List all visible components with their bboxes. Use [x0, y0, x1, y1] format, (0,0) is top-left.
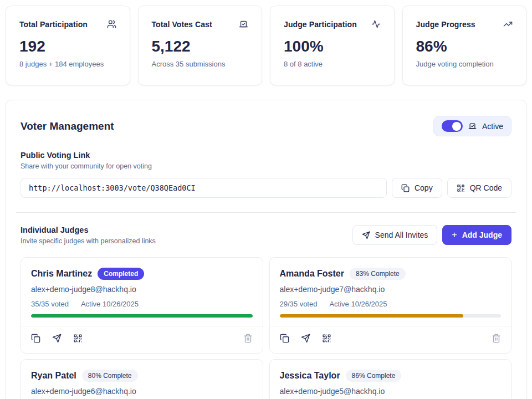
judge-card-header: Jessica Taylor 86% Complete [280, 370, 502, 382]
stat-card-header: Total Participation [19, 19, 116, 29]
delete-judge-button[interactable] [492, 334, 501, 343]
judge-card: Amanda Foster 83% Complete alex+demo-jud… [269, 257, 512, 354]
judge-card-header: Amanda Foster 83% Complete [280, 268, 502, 280]
judge-card: Chris Martinez Completed alex+demo-judge… [21, 257, 263, 354]
stat-card: Judge Progress 86% Judge voting completi… [402, 6, 527, 85]
qr-button-label: QR Code [470, 183, 502, 192]
voting-active-toggle-group[interactable]: Active [433, 116, 511, 136]
stat-subtitle: 8 judges + 184 employees [19, 60, 116, 68]
qr-code-icon [322, 334, 331, 343]
judge-email: alex+demo-judge6@hackhq.io [31, 387, 253, 396]
stat-value: 86% [416, 38, 513, 55]
public-link-title: Public Voting Link [21, 151, 511, 160]
judge-progress-fill [280, 314, 464, 318]
delete-judge-button[interactable] [243, 334, 253, 343]
stat-card: Judge Participation 100% 8 of 8 active [270, 6, 395, 85]
send-icon [362, 231, 370, 239]
send-all-label: Send All Invites [375, 231, 428, 239]
stat-subtitle: Judge voting completion [416, 60, 513, 68]
stat-subtitle: Across 35 submissions [152, 60, 249, 68]
stat-card-header: Judge Progress [416, 19, 513, 29]
judge-stats: 29/35 voted Active 10/26/2025 [280, 300, 502, 308]
judge-last-active: Active 10/26/2025 [329, 300, 387, 308]
active-toggle[interactable] [442, 120, 463, 132]
vote-icon [468, 122, 477, 130]
qr-code-button[interactable]: QR Code [447, 178, 511, 198]
judge-voted-count: 29/35 voted [280, 300, 318, 308]
judge-card-actions [31, 334, 253, 343]
judge-card-divider [21, 326, 263, 326]
judge-status-badge: 83% Complete [350, 268, 406, 280]
voting-url-input[interactable] [21, 178, 387, 198]
judge-status-badge: 86% Complete [346, 370, 402, 382]
copy-link-button[interactable]: Copy [392, 178, 442, 198]
vote-icon [239, 19, 248, 29]
judge-name: Ryan Patel [31, 371, 76, 381]
judges-section-subtitle: Invite specific judges with personalized… [21, 237, 156, 245]
copy-judge-link-button[interactable] [280, 334, 289, 343]
judges-header-text: Individual Judges Invite specific judges… [21, 226, 156, 245]
judge-status-badge: Completed [98, 268, 144, 280]
judge-progress-track [31, 314, 253, 318]
trash-icon [492, 334, 501, 343]
stat-title: Judge Participation [284, 20, 357, 29]
judge-last-active: Active 10/26/2025 [81, 300, 139, 308]
judges-grid: Chris Martinez Completed alex+demo-judge… [21, 257, 511, 399]
stat-card-header: Judge Participation [284, 19, 381, 29]
add-judge-label: Add Judge [462, 231, 502, 239]
judge-qr-code-button[interactable] [73, 334, 83, 343]
judge-email: alex+demo-judge8@hackhq.io [31, 285, 253, 294]
judge-name: Chris Martinez [31, 269, 92, 279]
public-link-row: Copy QR Code [21, 178, 511, 198]
copy-icon [280, 334, 289, 343]
toggle-knob [452, 122, 461, 131]
send-all-invites-button[interactable]: Send All Invites [352, 225, 438, 245]
stat-card: Total Votes Cast 5,122 Across 35 submiss… [138, 6, 263, 85]
judge-card: Ryan Patel 80% Complete alex+demo-judge6… [21, 359, 263, 399]
copy-judge-link-button[interactable] [31, 334, 40, 343]
panel-header: Voter Management Active [21, 116, 511, 136]
judge-card-header: Ryan Patel 80% Complete [31, 370, 253, 382]
page-title: Voter Management [21, 120, 114, 132]
plus-icon: + [452, 231, 457, 239]
judge-card: Jessica Taylor 86% Complete alex+demo-ju… [269, 359, 512, 399]
send-invite-button[interactable] [301, 334, 310, 343]
judge-card-actions [280, 334, 502, 343]
stat-value: 192 [19, 38, 116, 55]
judge-email: alex+demo-judge5@hackhq.io [280, 387, 502, 396]
judge-card-divider [270, 326, 511, 326]
qr-code-icon [457, 184, 465, 192]
stat-value: 5,122 [152, 38, 249, 55]
judge-card-header: Chris Martinez Completed [31, 268, 253, 280]
send-icon [301, 334, 310, 343]
stat-value: 100% [284, 38, 381, 55]
judge-name: Amanda Foster [280, 269, 344, 279]
voter-management-panel: Voter Management Active Public Voting Li… [6, 100, 526, 399]
send-icon [52, 334, 62, 343]
stat-title: Total Votes Cast [152, 20, 212, 29]
section-divider [16, 212, 516, 213]
copy-icon [401, 184, 410, 192]
judge-status-badge: 80% Complete [82, 370, 138, 382]
active-toggle-label: Active [482, 122, 503, 131]
stat-card-header: Total Votes Cast [152, 19, 249, 29]
public-voting-link-section: Public Voting Link Share with your commu… [21, 151, 511, 198]
judges-section-title: Individual Judges [21, 226, 156, 234]
judge-voted-count: 35/35 voted [31, 300, 69, 308]
copy-icon [31, 334, 40, 343]
public-link-subtitle: Share with your community for open votin… [21, 162, 511, 170]
judges-header-actions: Send All Invites + Add Judge [352, 225, 511, 245]
judge-progress-fill [31, 314, 253, 318]
qr-code-icon [73, 334, 83, 343]
send-invite-button[interactable] [52, 334, 62, 343]
add-judge-button[interactable]: + Add Judge [442, 225, 511, 245]
judge-email: alex+demo-judge7@hackhq.io [280, 285, 502, 294]
activity-icon [371, 19, 381, 29]
trash-icon [243, 334, 253, 343]
judge-name: Jessica Taylor [280, 371, 340, 381]
judge-qr-code-button[interactable] [322, 334, 331, 343]
judge-stats: 35/35 voted Active 10/26/2025 [31, 300, 253, 308]
stat-card: Total Participation 192 8 judges + 184 e… [6, 6, 130, 85]
stat-subtitle: 8 of 8 active [284, 60, 381, 68]
users-icon [107, 19, 116, 29]
